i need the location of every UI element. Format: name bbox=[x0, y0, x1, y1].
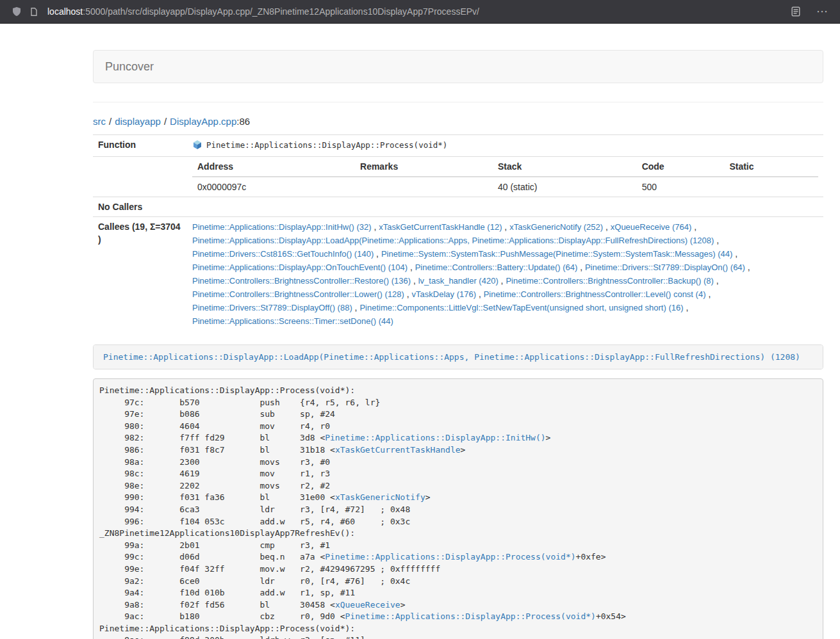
breadcrumb-link-file[interactable]: DisplayApp.cpp bbox=[170, 116, 236, 127]
reader-view-icon[interactable] bbox=[791, 6, 801, 17]
callees-list: Pinetime::Applications::DisplayApp::Init… bbox=[187, 217, 823, 332]
main-content: Puncover src/displayapp/DisplayApp.cpp:8… bbox=[93, 50, 823, 639]
callee-link[interactable]: Pinetime::Applications::DisplayApp::Init… bbox=[192, 222, 372, 232]
disassembly-code-block: Pinetime::Applications::DisplayApp::Proc… bbox=[93, 378, 823, 639]
panel-heading: Pinetime::Applications::DisplayApp::Load… bbox=[94, 345, 823, 369]
breadcrumb-separator: / bbox=[164, 116, 167, 127]
callee-link[interactable]: Pinetime::Components::LittleVgl::SetNewT… bbox=[359, 303, 683, 312]
callee-link[interactable]: lv_task_handler (420) bbox=[418, 276, 498, 286]
shield-icon[interactable] bbox=[12, 6, 22, 17]
column-header-static: Static bbox=[724, 157, 818, 177]
remarks-value bbox=[355, 177, 493, 197]
stack-value: 40 (static) bbox=[493, 177, 637, 197]
function-stats-cell: Address Remarks Stack Code Static 0x0000… bbox=[187, 157, 823, 197]
callee-link[interactable]: vTaskDelay (176) bbox=[412, 289, 476, 299]
callee-link[interactable]: Pinetime::System::SystemTask::PushMessag… bbox=[381, 249, 732, 259]
table-row: No Callers bbox=[93, 197, 823, 217]
code-symbol-link[interactable]: Pinetime::Applications::DisplayApp::Init… bbox=[325, 433, 545, 442]
callee-link[interactable]: xTaskGetCurrentTaskHandle (12) bbox=[379, 222, 502, 232]
callees-label: Callees (19, Σ=3704 ) bbox=[93, 217, 187, 332]
table-header-row: Address Remarks Stack Code Static bbox=[192, 157, 818, 177]
browser-toolbar: localhost:5000/path/src/displayapp/Displ… bbox=[0, 0, 840, 24]
static-size-value bbox=[724, 177, 818, 197]
callee-link[interactable]: Pinetime::Applications::DisplayApp::Load… bbox=[192, 236, 714, 245]
symbol-panel: Pinetime::Applications::DisplayApp::Load… bbox=[93, 344, 823, 369]
code-symbol-link[interactable]: Pinetime::Applications::DisplayApp::Proc… bbox=[345, 611, 596, 621]
address-value: 0x0000097c bbox=[192, 177, 355, 197]
callee-link[interactable]: Pinetime::Drivers::St7789::DisplayOff() … bbox=[192, 303, 352, 312]
breadcrumb-link-displayapp[interactable]: displayapp bbox=[115, 116, 161, 127]
function-row-label: Function bbox=[93, 135, 187, 157]
function-cube-icon bbox=[192, 140, 202, 153]
overflow-menu-icon[interactable]: ⋯ bbox=[816, 6, 828, 17]
column-header-code: Code bbox=[637, 157, 725, 177]
breadcrumb-link-src[interactable]: src bbox=[93, 116, 106, 127]
table-row: Function Pinetime::Applications::Display… bbox=[93, 135, 823, 157]
empty-row-label bbox=[93, 157, 187, 197]
callee-link[interactable]: Pinetime::Applications::Screens::Timer::… bbox=[192, 316, 393, 326]
no-callers-label: No Callers bbox=[93, 197, 187, 217]
callee-link[interactable]: xTaskGenericNotify (252) bbox=[509, 222, 603, 232]
callee-link[interactable]: Pinetime::Applications::DisplayApp::OnTo… bbox=[192, 263, 408, 272]
breadcrumb-line-number: :86 bbox=[236, 116, 250, 127]
column-header-address: Address bbox=[192, 157, 355, 177]
callee-link[interactable]: Pinetime::Controllers::Battery::Update()… bbox=[415, 263, 578, 272]
column-header-stack: Stack bbox=[493, 157, 637, 177]
panel-heading-link[interactable]: Pinetime::Applications::DisplayApp::Load… bbox=[103, 352, 800, 362]
function-stats-table: Address Remarks Stack Code Static 0x0000… bbox=[192, 157, 818, 197]
url-bar[interactable]: localhost:5000/path/src/displayapp/Displ… bbox=[47, 6, 787, 17]
code-symbol-link[interactable]: xQueueReceive bbox=[335, 600, 400, 610]
callee-link[interactable]: Pinetime::Controllers::BrightnessControl… bbox=[506, 276, 713, 286]
app-navbar: Puncover bbox=[93, 50, 823, 83]
code-symbol-link[interactable]: Pinetime::Applications::DisplayApp::Proc… bbox=[325, 552, 575, 562]
symbol-table: Function Pinetime::Applications::Display… bbox=[93, 134, 823, 331]
callee-link[interactable]: Pinetime::Drivers::St7789::DisplayOn() (… bbox=[585, 263, 745, 272]
url-path: :5000/path/src/displayapp/DisplayApp.cpp… bbox=[83, 6, 479, 17]
table-row: Callees (19, Σ=3704 ) Pinetime::Applicat… bbox=[93, 217, 823, 332]
breadcrumb-separator: / bbox=[109, 116, 111, 127]
callee-link[interactable]: Pinetime::Controllers::BrightnessControl… bbox=[192, 289, 404, 299]
code-symbol-link[interactable]: xTaskGenericNotify bbox=[335, 492, 425, 502]
divider bbox=[93, 102, 823, 102]
url-host: localhost bbox=[47, 6, 83, 17]
function-name-cell: Pinetime::Applications::DisplayApp::Proc… bbox=[187, 135, 823, 157]
callee-link[interactable]: xQueueReceive (764) bbox=[611, 222, 691, 232]
function-name: Pinetime::Applications::DisplayApp::Proc… bbox=[206, 140, 447, 150]
table-row: Address Remarks Stack Code Static 0x0000… bbox=[93, 157, 823, 197]
callee-link[interactable]: Pinetime::Controllers::BrightnessControl… bbox=[192, 276, 411, 286]
brand-link[interactable]: Puncover bbox=[94, 60, 165, 74]
no-callers-cell bbox=[187, 197, 823, 217]
site-info-page-icon[interactable] bbox=[29, 7, 38, 17]
callee-link[interactable]: Pinetime::Drivers::Cst816S::GetTouchInfo… bbox=[192, 249, 374, 259]
breadcrumb: src/displayapp/DisplayApp.cpp:86 bbox=[93, 115, 823, 128]
column-header-remarks: Remarks bbox=[355, 157, 493, 177]
code-size-value: 500 bbox=[637, 177, 725, 197]
table-row: 0x0000097c 40 (static) 500 bbox=[192, 177, 818, 197]
callee-link[interactable]: Pinetime::Controllers::BrightnessControl… bbox=[484, 289, 706, 299]
code-symbol-link[interactable]: xTaskGetCurrentTaskHandle bbox=[335, 445, 461, 455]
